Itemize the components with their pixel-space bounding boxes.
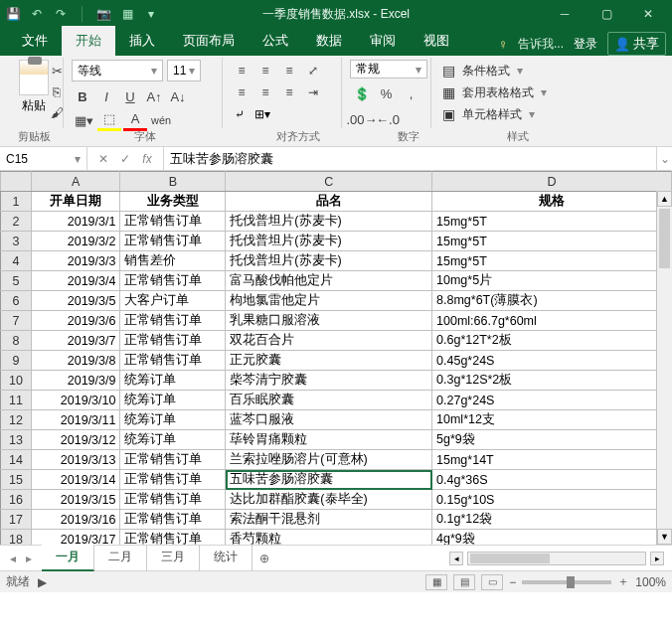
name-box[interactable]: C15▾ bbox=[0, 147, 87, 170]
cell[interactable]: 0.3g*12S*2板 bbox=[432, 371, 672, 391]
login-link[interactable]: 登录 bbox=[574, 36, 597, 53]
tell-me[interactable]: 告诉我... bbox=[518, 36, 564, 53]
cell[interactable]: 2019/3/12 bbox=[32, 430, 120, 450]
sheet-tab[interactable]: 统计 bbox=[200, 545, 252, 571]
align-left-icon[interactable]: ≡ bbox=[231, 81, 252, 103]
sheet-tab[interactable]: 二月 bbox=[94, 545, 147, 571]
zoom-value[interactable]: 100% bbox=[635, 575, 666, 589]
row-header[interactable]: 10 bbox=[1, 371, 32, 391]
fill-color-button[interactable]: ⬚ bbox=[97, 109, 121, 131]
cell[interactable]: 15mg*5T bbox=[432, 212, 672, 232]
column-header-C[interactable]: C bbox=[226, 172, 432, 192]
cell[interactable]: 2019/3/8 bbox=[32, 351, 120, 371]
fx-icon[interactable]: fx bbox=[139, 152, 155, 166]
cell[interactable]: 0.6g*12T*2板 bbox=[432, 331, 672, 351]
font-name-dropdown[interactable]: 等线▾ bbox=[72, 60, 163, 81]
cell[interactable]: 2019/3/1 bbox=[32, 212, 120, 232]
row-header[interactable]: 18 bbox=[1, 530, 32, 546]
cell[interactable]: 正常销售订单 bbox=[120, 311, 226, 331]
underline-button[interactable]: U bbox=[119, 85, 141, 107]
cell[interactable]: 2019/3/5 bbox=[32, 291, 120, 311]
format-painter-icon[interactable]: 🖌 bbox=[48, 103, 66, 121]
cell[interactable]: 正常销售订单 bbox=[120, 530, 226, 546]
redo-icon[interactable]: ↷ bbox=[52, 5, 70, 23]
align-top-icon[interactable]: ≡ bbox=[231, 60, 252, 81]
comma-style-icon[interactable]: , bbox=[400, 82, 422, 104]
cell[interactable]: 正常销售订单 bbox=[120, 331, 226, 351]
macro-record-icon[interactable]: ▶ bbox=[38, 575, 47, 589]
row-header[interactable]: 4 bbox=[1, 251, 32, 271]
cell-styles-button[interactable]: ▣单元格样式▾ bbox=[439, 103, 573, 125]
cell[interactable]: 15mg*5T bbox=[432, 232, 672, 251]
cell[interactable]: 正常销售订单 bbox=[120, 510, 226, 530]
table-header-cell[interactable]: 开单日期 bbox=[32, 192, 120, 212]
column-header-B[interactable]: B bbox=[120, 172, 226, 192]
zoom-in-icon[interactable]: ＋ bbox=[617, 573, 629, 590]
cut-icon[interactable]: ✂ bbox=[48, 62, 66, 79]
cell[interactable]: 5g*9袋 bbox=[432, 430, 672, 450]
row-header[interactable]: 7 bbox=[1, 311, 32, 331]
tab-data[interactable]: 数据 bbox=[302, 26, 356, 56]
cell[interactable]: 正常销售订单 bbox=[120, 450, 226, 470]
cell[interactable]: 正常销售订单 bbox=[120, 212, 226, 232]
decrease-decimal-icon[interactable]: ←.0 bbox=[376, 108, 400, 130]
h-scroll-right-arrow[interactable]: ▸ bbox=[650, 552, 664, 565]
camera-icon[interactable]: 📷 bbox=[94, 5, 112, 23]
cell[interactable]: 统筹订单 bbox=[120, 371, 226, 391]
column-header-D[interactable]: D bbox=[432, 172, 672, 192]
cell[interactable]: 蓝芩口服液 bbox=[226, 410, 432, 430]
cancel-entry-icon[interactable]: ✕ bbox=[95, 152, 111, 166]
cell[interactable]: 枸地氯雷他定片 bbox=[226, 291, 432, 311]
merge-center-button[interactable]: ⊞▾ bbox=[251, 103, 274, 125]
cell[interactable]: 富马酸伐帕他定片 bbox=[226, 271, 432, 291]
expand-formula-bar-icon[interactable]: ⌄ bbox=[656, 147, 672, 170]
cell[interactable]: 正常销售订单 bbox=[120, 351, 226, 371]
cell[interactable]: 统筹订单 bbox=[120, 430, 226, 450]
tab-file[interactable]: 文件 bbox=[8, 26, 62, 56]
border-button[interactable]: ▦▾ bbox=[72, 109, 95, 131]
row-header[interactable]: 15 bbox=[1, 470, 32, 490]
row-header[interactable]: 17 bbox=[1, 510, 32, 530]
cell[interactable]: 索法酮干混悬剂 bbox=[226, 510, 432, 530]
sheet-tab[interactable]: 三月 bbox=[147, 545, 200, 571]
row-header[interactable]: 2 bbox=[1, 212, 32, 232]
cell[interactable]: 2019/3/15 bbox=[32, 490, 120, 510]
cell[interactable]: 2019/3/11 bbox=[32, 410, 120, 430]
cell[interactable]: 托伐普坦片(苏麦卡) bbox=[226, 212, 432, 232]
zoom-out-icon[interactable]: − bbox=[509, 575, 516, 589]
vertical-scrollbar[interactable]: ▲ ▼ bbox=[656, 191, 672, 545]
cell[interactable]: 统筹订单 bbox=[120, 391, 226, 410]
h-scroll-left-arrow[interactable]: ◂ bbox=[449, 552, 463, 565]
cell[interactable]: 2019/3/10 bbox=[32, 391, 120, 410]
view-layout-icon[interactable]: ▤ bbox=[453, 574, 475, 590]
tab-layout[interactable]: 页面布局 bbox=[169, 26, 249, 56]
cell[interactable]: 2019/3/2 bbox=[32, 232, 120, 251]
zoom-slider[interactable] bbox=[522, 580, 611, 584]
row-header[interactable]: 13 bbox=[1, 430, 32, 450]
cell[interactable]: 五味苦参肠溶胶囊 bbox=[226, 470, 432, 490]
cell[interactable]: 2019/3/17 bbox=[32, 530, 120, 546]
qat-dropdown-icon[interactable]: ▾ bbox=[142, 5, 160, 23]
cell[interactable]: 2019/3/6 bbox=[32, 311, 120, 331]
cell[interactable]: 0.15g*10S bbox=[432, 490, 672, 510]
cell[interactable]: 香芍颗粒 bbox=[226, 530, 432, 546]
increase-font-icon[interactable]: A↑ bbox=[143, 85, 165, 107]
conditional-format-button[interactable]: ▤条件格式▾ bbox=[439, 60, 573, 81]
tab-review[interactable]: 审阅 bbox=[356, 26, 410, 56]
formula-input[interactable]: 五味苦参肠溶胶囊 bbox=[164, 147, 656, 170]
add-sheet-button[interactable]: ⊕ bbox=[252, 552, 276, 565]
cell[interactable]: 4g*9袋 bbox=[432, 530, 672, 546]
cell[interactable]: 柴芩清宁胶囊 bbox=[226, 371, 432, 391]
maximize-button[interactable]: ▢ bbox=[587, 3, 626, 25]
select-all-corner[interactable] bbox=[1, 172, 32, 192]
row-header[interactable]: 12 bbox=[1, 410, 32, 430]
cell[interactable]: 0.1g*12袋 bbox=[432, 510, 672, 530]
cell[interactable]: 托伐普坦片(苏麦卡) bbox=[226, 251, 432, 271]
cell[interactable]: 双花百合片 bbox=[226, 331, 432, 351]
table-header-cell[interactable]: 品名 bbox=[226, 192, 432, 212]
tab-view[interactable]: 视图 bbox=[410, 26, 463, 56]
h-scroll-thumb[interactable] bbox=[470, 554, 550, 563]
sheet-tab[interactable]: 一月 bbox=[42, 545, 94, 571]
row-header[interactable]: 1 bbox=[1, 192, 32, 212]
cell[interactable]: 2019/3/9 bbox=[32, 371, 120, 391]
